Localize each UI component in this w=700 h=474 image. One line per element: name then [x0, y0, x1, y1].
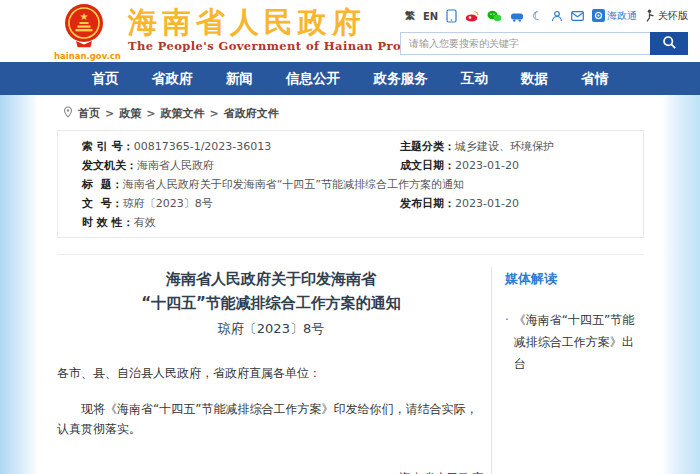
mail-icon[interactable]	[571, 11, 584, 21]
meta-row: 发文机关：海南省人民政府 成文日期：2023-01-20	[58, 159, 643, 178]
nav-item-data[interactable]: 数据	[521, 70, 548, 88]
document-paragraph: 现将《海南省“十四五”节能减排综合工作方案》印发给你们，请结合实际，认真贯彻落实…	[57, 399, 485, 440]
meta-row: 索 引 号：00817365-1/2023-36013 主题分类：城乡建设、环境…	[58, 140, 643, 159]
nav-item-provincial-gov[interactable]: 省政府	[152, 70, 193, 88]
meta-date-pub-label: 发布日期：	[400, 197, 455, 210]
content-card: 首页 > 政策 > 政策文件 > 省政府文件 索 引 号：00817365-1/…	[38, 95, 662, 474]
signer: 海南省人民政府	[57, 467, 483, 474]
meta-index-value: 00817365-1/2023-36013	[134, 140, 272, 153]
site-header: ★ hainan.gov.cn 海南省人民政府 The People's Gov…	[0, 0, 700, 62]
document-salutation: 各市、县、自治县人民政府，省政府直属各单位：	[57, 365, 485, 382]
user-login-icon[interactable]	[551, 10, 563, 22]
meta-doc-no-label: 文 号：	[82, 197, 123, 210]
meta-doc-no-value: 琼府〔2023〕8号	[123, 197, 213, 210]
traditional-chinese-toggle[interactable]: 繁	[405, 9, 415, 23]
logo-caption: hainan.gov.cn	[54, 51, 114, 61]
meta-title-value: 海南省人民政府关于印发海南省“十四五”节能减排综合工作方案的通知	[123, 178, 464, 191]
content-columns: 海南省人民政府关于印发海南省 “十四五”节能减排综合工作方案的通知 琼府〔202…	[57, 255, 644, 474]
svg-text:★: ★	[80, 11, 89, 22]
meta-date-written-label: 成文日期：	[400, 159, 455, 172]
search-button[interactable]	[650, 32, 688, 55]
page: ★ hainan.gov.cn 海南省人民政府 The People's Gov…	[0, 0, 700, 474]
sidebar-media-link[interactable]: · 《海南省“十四五”节能减排综合工作方案》出台	[505, 309, 644, 375]
meta-row: 时 效 性：有效	[58, 216, 643, 235]
accessibility-icon	[645, 9, 656, 24]
weibo-icon[interactable]	[465, 10, 479, 22]
breadcrumb-item-policy-files[interactable]: 政策文件	[160, 106, 204, 121]
care-mode-link[interactable]: 关怀版	[645, 9, 688, 24]
breadcrumb-separator: >	[209, 107, 218, 120]
breadcrumb-item-provincial-gov-files[interactable]: 省政府文件	[224, 106, 279, 121]
nav-item-info-disclosure[interactable]: 信息公开	[286, 70, 340, 88]
wechat-icon[interactable]	[487, 10, 502, 22]
document-number: 琼府〔2023〕8号	[57, 318, 485, 340]
meta-row: 文 号：琼府〔2023〕8号 发布日期：2023-01-20	[58, 197, 643, 216]
document-title: 海南省人民政府关于印发海南省 “十四五”节能减排综合工作方案的通知 琼府〔202…	[57, 267, 485, 340]
search-bar	[388, 32, 688, 55]
meta-validity-label: 时 效 性：	[82, 216, 134, 229]
search-icon	[662, 35, 677, 53]
sidebar: 媒体解读 · 《海南省“十四五”节能减排综合工作方案》出台	[491, 267, 644, 474]
haizhengtong-icon	[592, 9, 605, 24]
sidebar-media-link-text: 《海南省“十四五”节能减排综合工作方案》出台	[514, 309, 644, 375]
care-mode-label: 关怀版	[658, 9, 688, 23]
sidebar-media-interpretation-title: 媒体解读	[505, 270, 644, 288]
doc-metadata-table: 索 引 号：00817365-1/2023-36013 主题分类：城乡建设、环境…	[57, 130, 644, 238]
breadcrumb: 首页 > 政策 > 政策文件 > 省政府文件	[57, 103, 644, 130]
meta-index-label: 索 引 号：	[82, 140, 134, 153]
mobile-icon[interactable]	[446, 9, 457, 23]
meta-date-written-value: 2023-01-20	[455, 159, 519, 172]
meta-title-label: 标 题：	[82, 178, 123, 191]
meta-validity-value: 有效	[134, 216, 156, 229]
signature-block: 海南省人民政府 2023年1月20日	[57, 467, 485, 474]
haizhengtong-link[interactable]: 海政通	[592, 9, 637, 24]
main-nav: 首页 省政府 新闻 信息公开 政务服务 互动 数据 省情	[0, 62, 700, 95]
night-mode-icon[interactable]: ☾	[532, 11, 543, 21]
location-pin-icon	[63, 106, 73, 121]
header-utilities: 繁 EN ☾	[388, 7, 688, 55]
document-title-line2: “十四五”节能减排综合工作方案的通知	[57, 291, 485, 315]
breadcrumb-separator: >	[146, 107, 155, 120]
nav-item-news[interactable]: 新闻	[226, 70, 253, 88]
meta-date-pub-value: 2023-01-20	[455, 197, 519, 210]
breadcrumb-item-policy[interactable]: 政策	[119, 106, 141, 121]
nav-item-province-profile[interactable]: 省情	[581, 70, 608, 88]
nav-item-interaction[interactable]: 互动	[461, 70, 488, 88]
meta-topic-value: 城乡建设、环境保护	[455, 140, 554, 153]
utility-row: 繁 EN ☾	[388, 7, 688, 25]
search-input[interactable]	[400, 32, 650, 55]
meta-issuer-label: 发文机关：	[82, 159, 137, 172]
document-body: 海南省人民政府关于印发海南省 “十四五”节能减排综合工作方案的通知 琼府〔202…	[57, 255, 491, 474]
haizhengtong-label: 海政通	[607, 9, 637, 23]
meta-topic-label: 主题分类：	[400, 140, 455, 153]
meta-row: 标 题：海南省人民政府关于印发海南省“十四五”节能减排综合工作方案的通知	[58, 178, 643, 197]
site-logo[interactable]: ★ hainan.gov.cn	[54, 3, 114, 61]
nav-item-home[interactable]: 首页	[92, 70, 119, 88]
smart-assistant-icon[interactable]	[510, 10, 524, 22]
meta-issuer-value: 海南省人民政府	[137, 159, 214, 172]
breadcrumb-separator: >	[105, 107, 114, 120]
nav-item-gov-services[interactable]: 政务服务	[373, 70, 427, 88]
english-toggle[interactable]: EN	[423, 11, 438, 22]
main-area: 首页 > 政策 > 政策文件 > 省政府文件 索 引 号：00817365-1/…	[0, 95, 700, 474]
list-bullet: ·	[505, 309, 509, 375]
document-title-line1: 海南省人民政府关于印发海南省	[57, 267, 485, 291]
breadcrumb-item-home[interactable]: 首页	[78, 106, 100, 121]
